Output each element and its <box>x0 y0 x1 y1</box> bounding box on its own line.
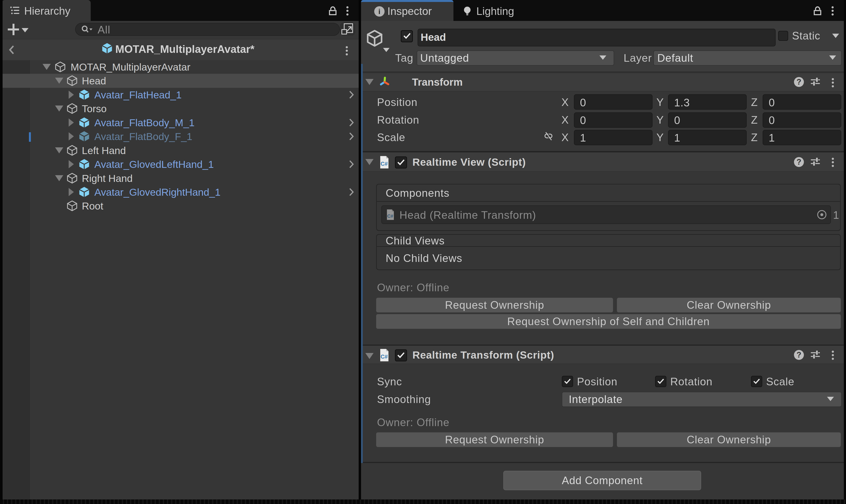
svg-text:C#: C# <box>380 161 387 167</box>
svg-text:C#: C# <box>380 354 387 360</box>
svg-text:C#: C# <box>387 213 393 219</box>
